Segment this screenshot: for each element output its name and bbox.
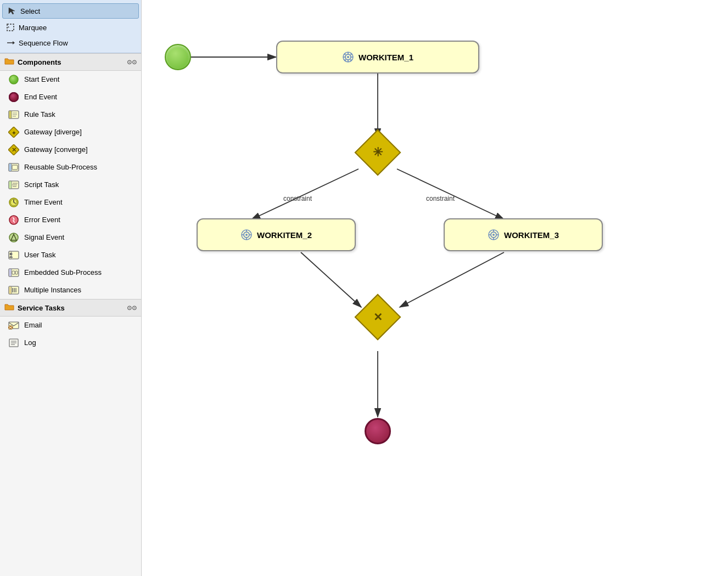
sidebar-item-script-task[interactable]: Script Task xyxy=(0,176,141,194)
diagram-canvas[interactable]: constraint constraint WORKITEM_1 ✳ xyxy=(142,0,728,576)
service-tasks-label: Service Tasks xyxy=(18,304,65,312)
sidebar-item-rule-task[interactable]: Rule Task xyxy=(0,106,141,123)
svg-line-57 xyxy=(397,169,504,219)
gateway2-node[interactable]: ✕ xyxy=(355,294,401,341)
svg-rect-82 xyxy=(493,230,494,231)
svg-point-6 xyxy=(9,93,18,101)
marquee-icon: + xyxy=(5,22,15,32)
constraint-label-left: constraint xyxy=(283,195,312,202)
multiple-instances-icon xyxy=(8,284,20,296)
user-task-label: User Task xyxy=(24,250,56,260)
folder-icon-service xyxy=(4,303,14,313)
sidebar-item-multiple-instances[interactable]: Multiple Instances xyxy=(0,281,141,299)
end-event-node[interactable] xyxy=(365,418,391,444)
signal-event-label: Signal Event xyxy=(24,233,64,242)
svg-line-59 xyxy=(400,252,504,307)
sequence-flow-label: Sequence Flow xyxy=(19,39,68,47)
gateway-converge-label: Gateway [converge] xyxy=(24,145,88,155)
constraint-label-right: constraint xyxy=(426,195,455,202)
svg-line-56 xyxy=(251,169,359,219)
select-label: Select xyxy=(20,7,40,15)
arrow-icon xyxy=(5,38,15,48)
workitem3-node[interactable]: WORKITEM_3 xyxy=(444,218,603,251)
svg-rect-39 xyxy=(9,286,12,294)
gateway1-symbol: ✳ xyxy=(373,145,383,160)
gateway2-symbol: ✕ xyxy=(373,310,383,324)
svg-rect-76 xyxy=(246,238,247,240)
service-tasks-header-left: Service Tasks xyxy=(4,303,65,313)
svg-text:✦: ✦ xyxy=(12,130,16,136)
sidebar-item-gateway-diverge[interactable]: ✦ Gateway [diverge] xyxy=(0,123,141,141)
sidebar-item-gateway-converge[interactable]: ✕ Gateway [converge] xyxy=(0,141,141,159)
multiple-instances-label: Multiple Instances xyxy=(24,285,81,295)
gateway-diverge-icon: ✦ xyxy=(8,126,20,138)
svg-point-63 xyxy=(347,56,349,58)
svg-point-81 xyxy=(492,234,495,236)
workitem2-node[interactable]: WORKITEM_2 xyxy=(197,218,356,251)
embedded-sub-icon xyxy=(8,267,20,279)
svg-rect-36 xyxy=(12,271,15,274)
end-event-label: End Event xyxy=(24,92,57,102)
gear-icon-workitem3 xyxy=(488,229,500,241)
marquee-tool[interactable]: + Marquee xyxy=(0,20,141,35)
svg-rect-64 xyxy=(348,52,349,54)
components-label: Components xyxy=(18,58,61,66)
svg-marker-0 xyxy=(9,8,15,14)
sidebar-item-end-event[interactable]: End Event xyxy=(0,88,141,106)
rule-task-label: Rule Task xyxy=(24,110,55,120)
marquee-label: Marquee xyxy=(19,24,47,32)
svg-rect-85 xyxy=(497,234,499,235)
sidebar-item-log[interactable]: Log xyxy=(0,334,141,352)
service-tasks-section-header: Service Tasks ⊙⊙ xyxy=(0,299,141,317)
sidebar-item-email[interactable]: Email xyxy=(0,317,141,334)
svg-rect-83 xyxy=(493,238,494,240)
gear-icon-workitem1 xyxy=(342,51,354,63)
svg-line-58 xyxy=(301,252,361,307)
sidebar-item-user-task[interactable]: User Task xyxy=(0,246,141,264)
svg-rect-84 xyxy=(489,234,490,235)
gateway1-node[interactable]: ✳ xyxy=(355,129,401,176)
pin-icon-service[interactable]: ⊙⊙ xyxy=(127,304,137,312)
svg-point-5 xyxy=(9,75,18,84)
sequence-flow-tool[interactable]: Sequence Flow xyxy=(0,35,141,50)
svg-rect-20 xyxy=(9,181,12,189)
svg-point-74 xyxy=(245,234,248,236)
sidebar-item-timer-event[interactable]: Timer Event xyxy=(0,194,141,211)
svg-marker-4 xyxy=(13,41,15,44)
select-tool[interactable]: Select xyxy=(2,3,139,19)
error-event-label: Error Event xyxy=(24,215,60,225)
gateway-diverge-label: Gateway [diverge] xyxy=(24,127,82,137)
timer-event-icon xyxy=(8,196,20,208)
sidebar-item-error-event[interactable]: Error Event xyxy=(0,211,141,229)
folder-icon xyxy=(4,57,14,67)
reusable-sub-label: Reusable Sub-Process xyxy=(24,162,97,172)
rule-task-icon xyxy=(8,109,20,121)
cursor-icon xyxy=(7,6,17,16)
email-icon xyxy=(8,319,20,331)
end-event-icon xyxy=(8,91,20,103)
components-section-header: Components ⊙⊙ xyxy=(0,53,141,71)
start-event-icon xyxy=(8,74,20,86)
sidebar-item-embedded-sub[interactable]: Embedded Sub-Process xyxy=(0,264,141,281)
start-event-node[interactable] xyxy=(165,44,191,70)
svg-text:✕: ✕ xyxy=(12,146,16,153)
svg-rect-66 xyxy=(343,57,345,58)
connections-overlay xyxy=(142,0,728,576)
sidebar-item-reusable-sub[interactable]: Reusable Sub-Process xyxy=(0,159,141,176)
sidebar-item-start-event[interactable]: Start Event xyxy=(0,71,141,88)
workitem1-node[interactable]: WORKITEM_1 xyxy=(276,41,479,74)
gateway-converge-icon: ✕ xyxy=(8,144,20,156)
timer-event-label: Timer Event xyxy=(24,197,63,207)
signal-event-icon xyxy=(8,231,20,244)
log-label: Log xyxy=(24,338,36,348)
script-task-label: Script Task xyxy=(24,180,59,190)
email-label: Email xyxy=(24,320,42,330)
components-header-left: Components xyxy=(4,57,61,67)
toolbar-section: Select + Marquee Sequence Flow xyxy=(0,0,141,53)
sidebar: Select + Marquee Sequence Flow xyxy=(0,0,142,576)
pin-icon-components[interactable]: ⊙⊙ xyxy=(127,59,137,66)
sidebar-item-signal-event[interactable]: Signal Event xyxy=(0,229,141,246)
gear-icon-workitem2 xyxy=(240,229,253,241)
workitem1-label: WORKITEM_1 xyxy=(359,53,413,62)
svg-rect-67 xyxy=(351,57,353,58)
